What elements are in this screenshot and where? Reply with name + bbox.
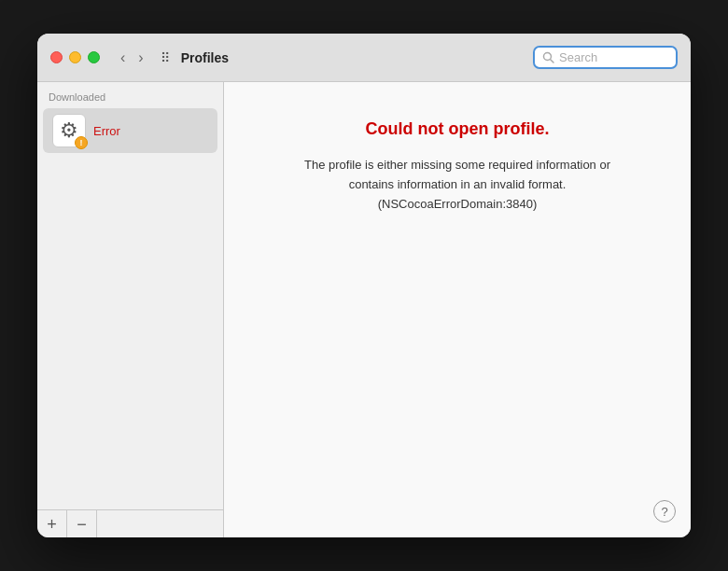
error-description: The profile is either missing some requi… bbox=[289, 156, 625, 214]
sidebar-section-header: Downloaded bbox=[37, 82, 223, 108]
maximize-button[interactable] bbox=[88, 51, 100, 63]
nav-buttons: ‹ › bbox=[117, 49, 147, 67]
search-icon bbox=[542, 51, 554, 63]
sidebar-item-error[interactable]: ⚙ ! Error bbox=[43, 108, 217, 153]
forward-button[interactable]: › bbox=[134, 49, 147, 67]
main-window: ‹ › ⠿ Profiles Downloaded ⚙ ! bbox=[37, 34, 691, 537]
search-input[interactable] bbox=[559, 50, 668, 64]
detail-panel: Could not open profile. The profile is e… bbox=[224, 82, 691, 537]
sidebar: Downloaded ⚙ ! Error + − bbox=[37, 82, 224, 537]
traffic-lights bbox=[50, 51, 100, 63]
window-title: Profiles bbox=[181, 50, 525, 65]
minimize-button[interactable] bbox=[69, 51, 81, 63]
search-box bbox=[533, 46, 678, 69]
main-content: Downloaded ⚙ ! Error + − Could not open … bbox=[37, 82, 691, 537]
grid-icon: ⠿ bbox=[161, 50, 170, 65]
close-button[interactable] bbox=[50, 51, 63, 63]
svg-line-1 bbox=[551, 60, 553, 63]
back-button[interactable]: ‹ bbox=[117, 49, 129, 67]
profile-icon-wrapper: ⚙ ! bbox=[52, 114, 86, 147]
help-button[interactable]: ? bbox=[653, 500, 676, 522]
sidebar-item-label: Error bbox=[93, 124, 120, 138]
sidebar-spacer bbox=[37, 153, 223, 509]
titlebar: ‹ › ⠿ Profiles bbox=[37, 34, 691, 82]
error-title: Could not open profile. bbox=[366, 119, 550, 139]
remove-profile-button[interactable]: − bbox=[67, 510, 97, 537]
add-profile-button[interactable]: + bbox=[37, 510, 67, 537]
sidebar-toolbar: + − bbox=[37, 509, 223, 537]
warning-badge: ! bbox=[75, 136, 88, 149]
